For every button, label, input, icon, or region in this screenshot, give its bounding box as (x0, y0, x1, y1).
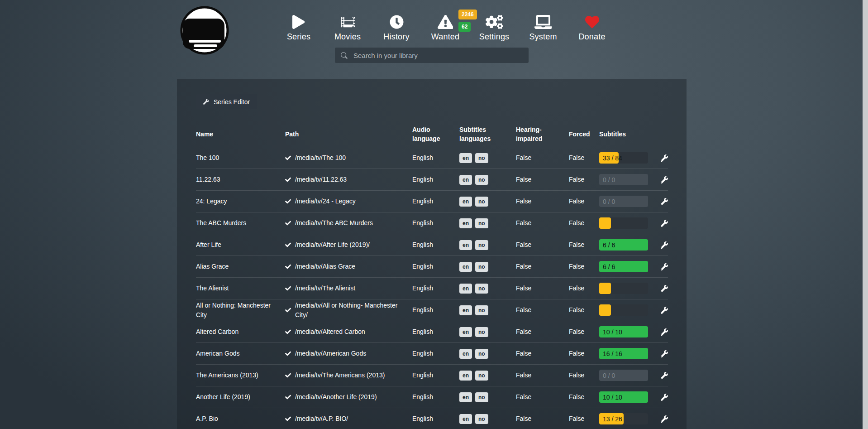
search-bar (335, 48, 529, 63)
nav-item-movies[interactable]: Movies (323, 11, 372, 42)
hearing-impaired-value: False (516, 392, 569, 402)
wrench-icon[interactable] (661, 198, 668, 205)
subtitles-progress-cell: 0 / 0 (599, 196, 659, 207)
top-navigation: SeriesMoviesHistory224662WantedSettingsS… (274, 11, 616, 42)
series-path: /media/tv/All or Nothing- Manchester Cit… (285, 301, 412, 320)
check-icon (285, 242, 291, 248)
language-badge: no (475, 349, 488, 359)
hearing-impaired-value: False (516, 262, 569, 271)
audio-language: English (412, 153, 459, 163)
column-header: Subtitles (599, 130, 659, 139)
series-editor-label: Series Editor (214, 98, 250, 106)
audio-language: English (412, 218, 459, 228)
vertical-scrollbar[interactable] (863, 0, 868, 429)
wrench-icon[interactable] (661, 285, 668, 292)
nav-item-series[interactable]: Series (274, 11, 323, 42)
search-input[interactable] (353, 51, 523, 60)
progress-label: 0 / 0 (603, 371, 615, 380)
subtitles-progress-cell: 33 / 84 (599, 152, 659, 164)
series-name[interactable]: 24: Legacy (196, 197, 285, 206)
wrench-icon[interactable] (661, 328, 668, 336)
language-badge: en (459, 175, 472, 185)
wrench-icon[interactable] (661, 176, 668, 183)
table-header: NamePathAudio languageSubtitles language… (196, 109, 668, 147)
series-name[interactable]: After Life (196, 240, 285, 250)
table-row: Altered Carbon /media/tv/Altered Carbon … (196, 321, 668, 343)
warning-triangle-icon (438, 15, 453, 29)
wrench-icon[interactable] (661, 220, 668, 227)
series-name[interactable]: The 100 (196, 153, 285, 163)
check-icon (285, 394, 291, 400)
check-icon (285, 264, 291, 270)
subtitles-progress-bar: 0 / 0 (599, 370, 648, 381)
forced-value: False (569, 175, 599, 184)
language-badge: en (459, 371, 472, 381)
wrench-icon[interactable] (661, 350, 668, 357)
hearing-impaired-value: False (516, 414, 569, 424)
wrench-icon[interactable] (661, 372, 668, 379)
wrench-icon[interactable] (661, 415, 668, 423)
series-name[interactable]: Alias Grace (196, 262, 285, 271)
app-logo[interactable] (178, 4, 231, 58)
subtitles-progress-bar: 10 / 10 (599, 326, 648, 337)
series-name[interactable]: A.P. Bio (196, 414, 285, 424)
nav-item-settings[interactable]: Settings (470, 11, 519, 42)
subtitles-languages: enno (459, 414, 516, 424)
path-text: /media/tv/The Americans (2013) (295, 371, 385, 380)
wrench-icon[interactable] (661, 394, 668, 401)
hearing-impaired-value: False (516, 218, 569, 228)
path-text: /media/tv/The ABC Murders (295, 218, 373, 228)
nav-label: Settings (479, 32, 510, 42)
nav-item-donate[interactable]: Donate (568, 11, 616, 42)
language-badge: no (475, 371, 488, 381)
audio-language: English (412, 175, 459, 184)
wrench-icon[interactable] (661, 154, 668, 162)
subtitles-languages: enno (459, 371, 516, 381)
subtitles-languages: enno (459, 218, 516, 228)
content-panel: Series Editor NamePathAudio languageSubt… (177, 79, 687, 429)
subtitles-progress-cell: 6 / 6 (599, 261, 659, 272)
series-name[interactable]: The ABC Murders (196, 218, 285, 228)
series-editor-button[interactable]: Series Editor (196, 94, 257, 109)
play-icon (292, 15, 305, 29)
path-text: /media/tv/The Alienist (295, 284, 355, 293)
subtitles-progress-bar: 6 / 6 (599, 239, 648, 251)
subtitles-languages: enno (459, 392, 516, 402)
path-text: /media/tv/11.22.63 (295, 175, 347, 184)
wrench-icon[interactable] (661, 241, 668, 249)
language-badge: en (459, 218, 472, 228)
nav-label: Donate (578, 32, 605, 42)
nav-label: Series (287, 32, 310, 42)
path-text: /media/tv/A.P. BIO/ (295, 414, 348, 424)
nav-item-system[interactable]: System (519, 11, 568, 42)
subtitles-progress-cell: 10 / 10 (599, 326, 659, 337)
hearing-impaired-value: False (516, 305, 569, 315)
forced-value: False (569, 392, 599, 402)
check-icon (285, 198, 291, 204)
path-text: /media/tv/All or Nothing- Manchester Cit… (295, 301, 406, 320)
series-name[interactable]: The Americans (2013) (196, 371, 285, 380)
column-header: Audio language (412, 125, 459, 143)
series-name[interactable]: Altered Carbon (196, 327, 285, 337)
count-badge: 62 (458, 22, 471, 32)
series-name[interactable]: Another Life (2019) (196, 392, 285, 402)
nav-item-history[interactable]: History (372, 11, 421, 42)
wrench-icon[interactable] (661, 263, 668, 270)
audio-language: English (412, 327, 459, 337)
search-icon (341, 52, 348, 59)
nav-item-wanted[interactable]: 224662Wanted (421, 11, 470, 42)
series-name[interactable]: 11.22.63 (196, 175, 285, 184)
wrench-icon[interactable] (661, 307, 668, 314)
series-table: NamePathAudio languageSubtitles language… (196, 109, 668, 429)
series-name[interactable]: The Alienist (196, 284, 285, 293)
series-path: /media/tv/The Americans (2013) (285, 371, 412, 380)
progress-label: 6 / 6 (603, 262, 615, 271)
language-badge: en (459, 327, 472, 337)
progress-label: 0 / 0 (603, 175, 615, 184)
series-name[interactable]: All or Nothing: Manchester City (196, 301, 285, 320)
audio-language: English (412, 262, 459, 271)
gears-icon (486, 15, 503, 29)
language-badge: no (475, 153, 488, 163)
series-name[interactable]: American Gods (196, 349, 285, 358)
table-row: All or Nothing: Manchester City /media/t… (196, 299, 668, 321)
